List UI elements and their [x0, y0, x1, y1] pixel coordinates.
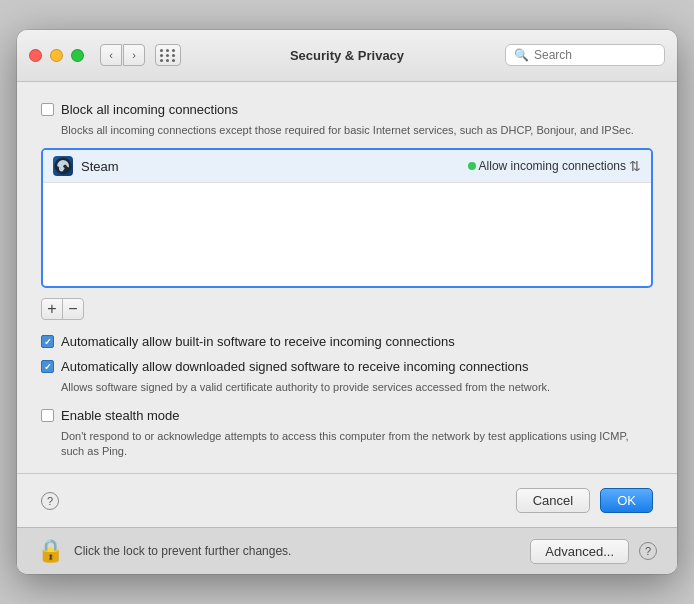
help-icon: ? [47, 495, 53, 507]
add-icon: + [47, 301, 56, 317]
stealth-row: Enable stealth mode [41, 408, 653, 423]
stepper-icon: ⇅ [629, 158, 641, 174]
bottom-actions: Cancel OK [516, 488, 653, 513]
auto-signed-desc: Allows software signed by a valid certif… [61, 380, 653, 395]
block-all-checkbox[interactable] [41, 103, 54, 116]
auto-builtin-label: Automatically allow built-in software to… [61, 334, 455, 349]
block-all-label: Block all incoming connections [61, 102, 238, 117]
maximize-button[interactable] [71, 49, 84, 62]
lock-text: Click the lock to prevent further change… [74, 544, 520, 558]
auto-signed-label: Automatically allow downloaded signed so… [61, 359, 529, 374]
window: ‹ › Security & Privacy 🔍 Block all incom… [17, 30, 677, 575]
titlebar: ‹ › Security & Privacy 🔍 [17, 30, 677, 82]
lock-help-button[interactable]: ? [639, 542, 657, 560]
app-status-dropdown[interactable]: Allow incoming connections ⇅ [468, 158, 641, 174]
block-all-row: Block all incoming connections [41, 102, 653, 117]
nav-buttons: ‹ › [100, 44, 145, 66]
forward-button[interactable]: › [123, 44, 145, 66]
app-name: Steam [81, 159, 460, 174]
steam-app-icon [53, 156, 73, 176]
advanced-button[interactable]: Advanced... [530, 539, 629, 564]
svg-point-1 [64, 165, 67, 168]
stealth-label: Enable stealth mode [61, 408, 180, 423]
remove-app-button[interactable]: − [62, 298, 84, 320]
back-icon: ‹ [109, 49, 113, 61]
status-dot-green [468, 162, 476, 170]
lock-bar: 🔒 Click the lock to prevent further chan… [17, 527, 677, 574]
forward-icon: › [132, 49, 136, 61]
auto-builtin-checkbox[interactable] [41, 335, 54, 348]
back-button[interactable]: ‹ [100, 44, 122, 66]
app-status-label: Allow incoming connections [479, 159, 626, 173]
search-box[interactable]: 🔍 [505, 44, 665, 66]
lock-help-icon: ? [645, 545, 651, 557]
cancel-button[interactable]: Cancel [516, 488, 590, 513]
search-input[interactable] [534, 48, 656, 62]
minimize-button[interactable] [50, 49, 63, 62]
dialog-buttons: ? Cancel OK [17, 473, 677, 527]
grid-icon [160, 49, 176, 62]
add-app-button[interactable]: + [41, 298, 63, 320]
ok-button[interactable]: OK [600, 488, 653, 513]
help-button[interactable]: ? [41, 492, 59, 510]
auto-signed-checkbox[interactable] [41, 360, 54, 373]
search-icon: 🔍 [514, 48, 529, 62]
traffic-lights [29, 49, 84, 62]
close-button[interactable] [29, 49, 42, 62]
stealth-checkbox[interactable] [41, 409, 54, 422]
auto-builtin-row: Automatically allow built-in software to… [41, 334, 653, 349]
block-all-desc: Blocks all incoming connections except t… [61, 123, 653, 138]
main-content: Block all incoming connections Blocks al… [17, 82, 677, 460]
window-title: Security & Privacy [290, 48, 404, 63]
app-list: Steam Allow incoming connections ⇅ [41, 148, 653, 288]
grid-view-button[interactable] [155, 44, 181, 66]
list-controls: + − [41, 298, 653, 320]
lock-icon[interactable]: 🔒 [37, 538, 64, 564]
remove-icon: − [68, 301, 77, 317]
table-row[interactable]: Steam Allow incoming connections ⇅ [43, 150, 651, 183]
stealth-desc: Don't respond to or acknowledge attempts… [61, 429, 653, 460]
auto-signed-row: Automatically allow downloaded signed so… [41, 359, 653, 374]
